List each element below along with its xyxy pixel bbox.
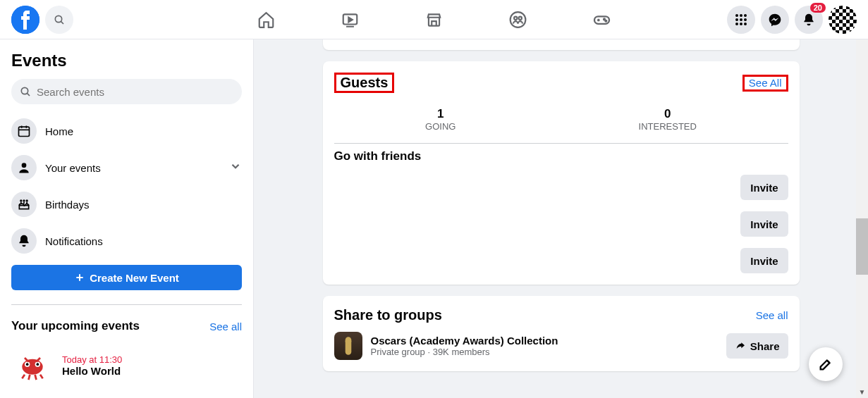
svg-point-46	[345, 338, 351, 344]
svg-point-30	[23, 200, 25, 201]
search-icon[interactable]	[45, 6, 73, 34]
svg-point-21	[744, 23, 747, 25]
sidebar-item-your-events[interactable]: Your events	[6, 149, 247, 186]
guests-see-all-link[interactable]: See All	[749, 77, 782, 89]
svg-point-16	[735, 18, 738, 21]
nav-marketplace[interactable]	[395, 0, 473, 39]
messenger-icon[interactable]	[761, 6, 789, 34]
svg-line-43	[35, 375, 37, 380]
profile-avatar[interactable]	[829, 6, 857, 34]
group-row[interactable]: Oscars (Academy Awards) Collection Priva…	[334, 332, 558, 360]
calendar-icon	[11, 118, 37, 144]
scroll-down-arrow[interactable]: ▼	[856, 386, 868, 398]
scroll-thumb[interactable]	[856, 218, 868, 275]
svg-point-29	[20, 200, 22, 201]
sidebar-item-label: Notifications	[45, 235, 242, 247]
sidebar-item-notifications[interactable]: Notifications	[6, 223, 247, 259]
svg-point-12	[605, 20, 606, 21]
svg-point-22	[21, 87, 27, 94]
chevron-down-icon	[229, 160, 242, 175]
sidebar-title: Events	[6, 51, 247, 79]
browser-scrollbar[interactable]: ▲ ▼	[856, 0, 868, 398]
invite-button[interactable]: Invite	[740, 175, 788, 200]
top-nav	[0, 0, 868, 39]
group-meta: Private group · 39K members	[371, 347, 558, 357]
share-see-all-link[interactable]: See all	[756, 309, 788, 321]
create-event-label: Create New Event	[90, 272, 179, 284]
svg-line-39	[25, 358, 29, 362]
sidebar-item-label: Home	[45, 125, 242, 137]
nav-watch[interactable]	[311, 0, 389, 39]
svg-point-20	[740, 23, 742, 25]
share-card: Share to groups See all Oscars (Academy …	[323, 296, 800, 371]
group-name: Oscars (Academy Awards) Collection	[371, 335, 558, 347]
sidebar-item-home[interactable]: Home	[6, 113, 247, 149]
svg-point-7	[519, 16, 522, 19]
svg-point-38	[37, 363, 39, 366]
invite-button[interactable]: Invite	[740, 211, 788, 237]
sidebar-item-label: Birthdays	[45, 199, 242, 211]
bell-icon	[11, 228, 37, 254]
facebook-logo[interactable]	[11, 6, 39, 34]
cake-icon	[11, 192, 37, 217]
stat-going-count: 1	[425, 107, 456, 121]
stat-interested-label: Interested	[639, 121, 697, 132]
sidebar-item-birthdays[interactable]: Birthdays	[6, 186, 247, 223]
svg-point-5	[511, 12, 526, 27]
guests-title: Guests	[341, 75, 389, 90]
compose-fab[interactable]	[809, 347, 843, 381]
stat-interested-count: 0	[639, 107, 697, 121]
svg-point-31	[26, 200, 27, 201]
sidebar-item-label: Your events	[45, 162, 221, 174]
go-with-friends-header: Go with friends	[334, 149, 788, 163]
stat-going[interactable]: 1 Going	[425, 107, 456, 132]
svg-point-37	[26, 363, 29, 366]
share-title: Share to groups	[334, 307, 442, 323]
svg-point-17	[740, 18, 742, 21]
event-name: Hello World	[62, 365, 122, 377]
svg-line-2	[61, 21, 63, 23]
menu-grid-icon[interactable]	[727, 6, 755, 34]
share-button-label: Share	[750, 340, 780, 352]
sidebar: Events Home Your events Birthdays Notifi…	[0, 39, 254, 398]
nav-gaming[interactable]	[563, 0, 641, 39]
svg-line-41	[22, 375, 25, 379]
stat-going-label: Going	[425, 121, 456, 132]
see-all-link[interactable]: See all	[209, 321, 242, 332]
create-event-button[interactable]: Create New Event	[11, 265, 242, 290]
svg-point-1	[55, 15, 61, 22]
upcoming-header: Your upcoming events	[11, 319, 140, 333]
svg-point-34	[22, 359, 42, 375]
nav-home[interactable]	[227, 0, 305, 39]
upcoming-event-item[interactable]: Today at 11:30 Hello World	[6, 339, 247, 392]
share-button[interactable]: Share	[726, 333, 788, 359]
svg-line-40	[37, 358, 41, 362]
svg-rect-24	[19, 127, 30, 136]
svg-point-6	[514, 16, 517, 19]
svg-point-18	[744, 18, 747, 21]
svg-point-19	[735, 23, 738, 25]
invite-button[interactable]: Invite	[740, 248, 788, 273]
svg-point-14	[740, 14, 742, 17]
svg-point-28	[22, 163, 27, 168]
nav-groups[interactable]	[479, 0, 557, 39]
search-events-box[interactable]	[11, 79, 242, 104]
svg-line-44	[40, 375, 43, 379]
person-icon	[11, 155, 37, 180]
group-avatar	[334, 332, 362, 360]
search-events-input[interactable]	[37, 86, 233, 98]
stat-interested[interactable]: 0 Interested	[639, 107, 697, 132]
main-content: An Intimate Luxe-Clubstraunt. Nestled am…	[254, 39, 868, 398]
notifications-icon[interactable]	[795, 6, 823, 34]
event-thumb	[11, 344, 54, 387]
desc-card: An Intimate Luxe-Clubstraunt. Nestled am…	[323, 39, 800, 50]
svg-point-15	[744, 14, 747, 17]
svg-line-23	[27, 94, 30, 96]
event-time: Today at 11:30	[62, 354, 122, 365]
divider	[11, 304, 242, 305]
svg-point-13	[735, 14, 738, 17]
guests-card: Guests See All 1 Going 0 Interested Go w…	[323, 61, 800, 285]
svg-point-11	[604, 18, 605, 20]
svg-line-42	[29, 375, 30, 380]
